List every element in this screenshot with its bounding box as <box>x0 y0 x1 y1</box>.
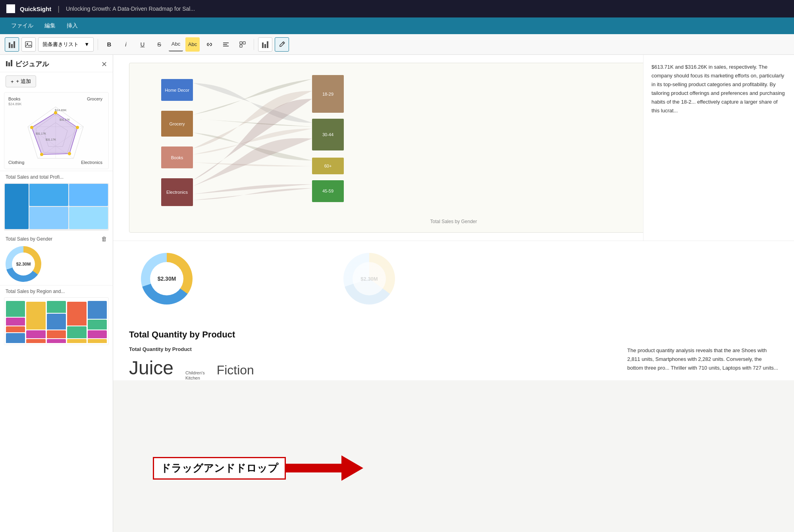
quantity-section: Total Quantity by Product Total Quantity… <box>113 320 794 380</box>
add-visual-button[interactable]: + + 追加 <box>6 75 36 87</box>
svg-point-34 <box>30 126 33 129</box>
italic-button[interactable]: i <box>119 37 133 52</box>
link-button[interactable] <box>202 37 216 52</box>
word-juice: Juice <box>129 357 173 379</box>
add-icon: + <box>11 79 14 85</box>
arrow-shaft <box>286 464 341 472</box>
title-bar: QuickSight | Unlocking Growth: A Data-Dr… <box>0 0 794 17</box>
quantity-content-row: Total Quantity by Product Juice Children… <box>129 346 778 380</box>
svg-rect-2 <box>7 9 10 12</box>
svg-rect-21 <box>11 60 12 66</box>
bar-col-2 <box>26 302 45 343</box>
spider-chart-thumbnail[interactable]: Books $24.89K Grocery Clothing Electroni… <box>4 92 109 169</box>
svg-rect-10 <box>223 44 227 45</box>
toolbar: 箇条書きリスト ▼ B i U S Abc Abc <box>0 34 794 55</box>
svg-rect-19 <box>6 61 8 66</box>
align-button[interactable] <box>219 37 233 52</box>
strikethrough-button[interactable]: S <box>152 37 166 52</box>
arrow-head <box>341 455 363 481</box>
svg-rect-6 <box>13 41 15 48</box>
svg-rect-7 <box>25 42 32 47</box>
app-logo <box>6 4 15 13</box>
document-title: Unlocking Growth: A Data-Driven Roadmap … <box>66 6 195 12</box>
treemap-cell-5 <box>69 207 108 229</box>
word-kitchen: Kitchen <box>185 376 205 380</box>
panel-title-text: ビジュアル <box>15 60 49 69</box>
main-donut-value: $2.30M <box>150 262 183 295</box>
donut-section-title: Total Sales by Gender <box>6 236 52 242</box>
main-layout: ビジュアル ✕ + + 追加 Books $24.89K Grocery Clo… <box>0 55 794 532</box>
treemap-thumbnail[interactable] <box>4 183 109 231</box>
svg-rect-16 <box>264 44 266 48</box>
close-panel-button[interactable]: ✕ <box>101 60 107 69</box>
donut-center-value: $2.30M <box>12 253 35 276</box>
svg-point-31 <box>76 126 79 129</box>
donut-container: $2.30M <box>6 246 107 282</box>
quantity-text-panel: The product quantity analysis reveals th… <box>627 346 778 380</box>
svg-text:Home Decor: Home Decor <box>165 88 189 93</box>
donut-main-section: $2.30M $2.30M ドラッグアンドドロップ <box>113 241 794 320</box>
svg-rect-13 <box>243 42 245 44</box>
add-label: + 追加 <box>16 78 31 85</box>
drag-arrow-container <box>286 455 363 481</box>
word-childrens: Children's <box>185 370 205 375</box>
svg-line-18 <box>283 42 284 44</box>
svg-text:$31.17K: $31.17K <box>46 138 56 141</box>
title-separator: | <box>58 5 60 13</box>
font-bg-button[interactable]: Abc <box>185 37 200 52</box>
treemap-cell-4 <box>29 207 68 229</box>
svg-rect-15 <box>262 42 264 48</box>
list-type-select[interactable]: 箇条書きリスト ▼ <box>38 37 94 52</box>
image-tool-button[interactable] <box>21 37 36 52</box>
menu-file[interactable]: ファイル <box>6 20 38 32</box>
content-area: Home Decor Grocery Books Electronics 18-… <box>113 55 794 532</box>
menu-edit[interactable]: 編集 <box>40 20 60 32</box>
quantity-chart-label: Total Quantity by Product <box>129 346 611 352</box>
spider-label-books: Books $24.89K <box>8 96 22 106</box>
bar-chart-tool-button[interactable] <box>5 37 19 52</box>
sankey-svg: Home Decor Grocery Books Electronics 18-… <box>137 71 368 214</box>
svg-text:Electronics: Electronics <box>166 190 188 195</box>
svg-rect-14 <box>240 45 242 47</box>
word-cloud-area: Juice Children's Kitchen Fiction <box>129 357 611 380</box>
delete-visual-button[interactable]: 🗑 <box>101 235 107 242</box>
bold-button[interactable]: B <box>102 37 116 52</box>
ghost-donut-value: $2.30M <box>353 262 386 295</box>
treemap-cell-3 <box>69 184 108 206</box>
panel-header: ビジュアル ✕ <box>0 55 113 72</box>
insert-element-button[interactable] <box>235 37 250 52</box>
menu-insert[interactable]: 挿入 <box>62 20 83 32</box>
svg-text:Grocery: Grocery <box>169 121 185 126</box>
source-donut-chart[interactable]: $2.30M <box>141 253 193 305</box>
bar-chart-thumbnail[interactable] <box>4 297 109 345</box>
bar-col-5 <box>88 301 107 343</box>
right-text-content: $613.71K and $316.26K in sales, respecti… <box>651 63 786 116</box>
toolbar-separator-1 <box>98 39 98 50</box>
treemap-section-title: Total Sales and total Profi... <box>0 171 113 181</box>
pencil-button[interactable] <box>275 37 289 52</box>
svg-rect-4 <box>9 42 10 48</box>
svg-text:$24.89K: $24.89K <box>55 108 67 112</box>
bar-col-4 <box>67 302 86 343</box>
svg-text:18-29: 18-29 <box>322 92 333 96</box>
svg-rect-12 <box>240 42 242 44</box>
font-button[interactable]: Abc <box>169 37 183 52</box>
right-text-panel: $613.71K and $316.26K in sales, respecti… <box>643 55 794 261</box>
donut-section-header: Total Sales by Gender 🗑 <box>0 232 113 243</box>
app-name: QuickSight <box>20 6 51 12</box>
bar-section-title: Total Sales by Region and... <box>0 285 113 296</box>
bar-col-1 <box>6 301 25 343</box>
spider-label-electronics: Electronics <box>81 160 102 165</box>
donut-chart-thumbnail[interactable]: $2.30M <box>6 246 41 282</box>
quantity-title: Total Quantity by Product <box>129 330 778 340</box>
underline-button[interactable]: U <box>135 37 150 52</box>
svg-rect-20 <box>8 62 10 66</box>
svg-text:$31.17K: $31.17K <box>36 132 46 135</box>
spider-label-grocery: Grocery <box>87 96 102 101</box>
drag-annotation: ドラッグアンドドロップ <box>153 455 363 481</box>
svg-rect-5 <box>11 44 13 48</box>
svg-rect-9 <box>223 42 229 43</box>
svg-point-33 <box>40 153 43 156</box>
svg-rect-1 <box>11 5 14 8</box>
chart-insert-button[interactable] <box>258 37 272 52</box>
